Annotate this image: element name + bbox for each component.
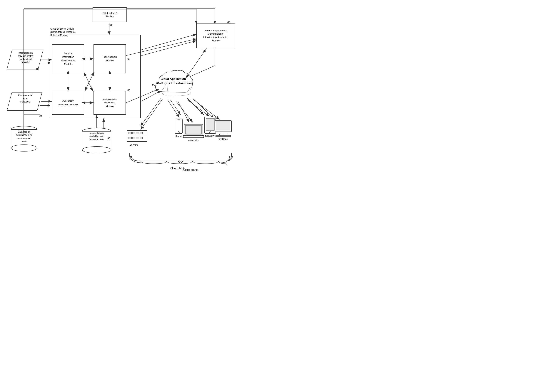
svg-point-35 bbox=[82, 146, 111, 153]
label-70: 70 bbox=[203, 50, 206, 52]
risk-factors-label: Risk Factors & Profiles bbox=[102, 12, 118, 18]
cloud-selection-text: Cloud Selection Module(Computational Res… bbox=[50, 28, 76, 36]
label-80: 80 bbox=[227, 21, 230, 24]
svg-line-18 bbox=[193, 98, 214, 118]
label-30: 30 bbox=[107, 137, 110, 140]
svg-line-78 bbox=[193, 99, 219, 119]
label-40: 40 bbox=[127, 89, 130, 92]
svg-rect-58 bbox=[216, 122, 230, 130]
svg-line-13 bbox=[135, 41, 196, 57]
servers-label: Servers bbox=[130, 143, 138, 146]
label-90: 90 bbox=[152, 83, 155, 86]
label-20: 20 bbox=[39, 114, 42, 117]
infrastructure-label: Infrastructure Monitoring Module bbox=[103, 97, 117, 108]
risk-analysis-label: Risk Analysis Module bbox=[103, 55, 117, 62]
availability-label: Availability Prediction Module bbox=[58, 99, 77, 106]
cloud-selection-title: Cloud Selection Module(Computational Res… bbox=[50, 27, 106, 37]
label-10: 10 bbox=[36, 68, 39, 70]
notebook-device bbox=[183, 124, 204, 139]
svg-rect-51 bbox=[183, 135, 204, 138]
info-services-label: Information on services hosted by the cl… bbox=[10, 50, 41, 65]
service-info-label: Service Information Management Module bbox=[61, 52, 75, 66]
risk-analysis-box: Risk Analysis Module bbox=[94, 44, 126, 73]
cloud-clients-text: Cloud clients bbox=[155, 167, 200, 170]
cloud-app-shape bbox=[152, 68, 194, 103]
svg-rect-55 bbox=[206, 118, 214, 130]
svg-rect-50 bbox=[185, 125, 201, 134]
infrastructure-box: Infrastructure Monitoring Module bbox=[94, 91, 126, 115]
notebooks-label: notebooks bbox=[183, 139, 204, 142]
desktops-label: desktops bbox=[214, 138, 232, 140]
svg-rect-47 bbox=[177, 120, 180, 120]
service-info-box: Service Information Management Module bbox=[52, 44, 84, 73]
desktop-device bbox=[214, 120, 232, 137]
service-replication-box: Service Replication & Computational Infr… bbox=[196, 23, 235, 48]
label-50: 50 bbox=[109, 24, 112, 27]
db-historical-shape bbox=[10, 126, 38, 152]
phone-device bbox=[174, 118, 183, 134]
servers-device bbox=[126, 129, 148, 142]
label-60: 60 bbox=[127, 57, 130, 60]
availability-box: Availability Prediction Module bbox=[52, 91, 84, 115]
svg-line-72 bbox=[141, 34, 196, 50]
info-cloud-shape bbox=[82, 128, 112, 154]
env-forecasts-label: Environmental Event Forecasts bbox=[10, 92, 40, 105]
svg-point-30 bbox=[11, 145, 37, 151]
env-forecasts-shape: Environmental Event Forecasts bbox=[7, 92, 42, 111]
svg-rect-46 bbox=[175, 119, 182, 133]
svg-rect-61 bbox=[216, 135, 231, 137]
risk-factors-box: Risk Factors & Profiles bbox=[93, 7, 127, 22]
svg-line-74 bbox=[141, 99, 163, 129]
service-replication-label: Service Replication & Computational Infr… bbox=[203, 29, 228, 42]
info-services-shape: Information on services hosted by the cl… bbox=[6, 50, 43, 70]
